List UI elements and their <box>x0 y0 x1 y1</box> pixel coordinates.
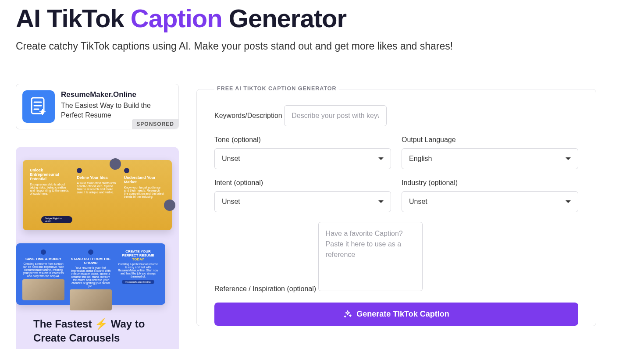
language-label: Output Language <box>402 136 578 144</box>
industry-value: Unset <box>409 198 427 206</box>
generate-button-label: Generate TikTok Caption <box>356 310 449 319</box>
generate-button[interactable]: Generate TikTok Caption <box>214 303 578 326</box>
industry-label: Industry (optional) <box>402 179 578 187</box>
chevron-down-icon <box>566 157 571 160</box>
reference-textarea[interactable] <box>318 222 423 291</box>
keywords-label: Keywords/Description <box>214 112 282 119</box>
intent-select[interactable]: Unset <box>214 191 391 212</box>
promo-title: The Fastest ⚡ Way to Create Carousels <box>16 317 179 345</box>
intent-value: Unset <box>222 198 240 206</box>
industry-select[interactable]: Unset <box>402 191 578 212</box>
title-post: Generator <box>222 4 346 32</box>
tone-label: Tone (optional) <box>214 136 391 144</box>
sponsor-title: ResumeMaker.Online <box>61 90 172 99</box>
language-select[interactable]: English <box>402 148 578 169</box>
sparkle-icon <box>343 310 352 318</box>
preview-slide-yellow: Unlock Entrepreneurial Potential Entrepr… <box>23 160 172 230</box>
page-title: AI TikTok Caption Generator <box>16 4 628 32</box>
tone-value: Unset <box>222 155 240 163</box>
chevron-down-icon <box>378 157 384 160</box>
carousel-preview: Unlock Entrepreneurial Potential Entrepr… <box>16 160 179 305</box>
sponsor-desc: The Easiest Way to Build the Perfect Res… <box>61 101 172 121</box>
chevron-down-icon <box>378 200 384 203</box>
title-pre: AI TikTok <box>16 4 131 32</box>
promo-card[interactable]: Unlock Entrepreneurial Potential Entrepr… <box>16 147 179 349</box>
page-subtitle: Create catchy TikTok captions using AI. … <box>16 40 628 52</box>
sponsor-card[interactable]: ResumeMaker.Online The Easiest Way to Bu… <box>16 84 179 129</box>
preview-slide-blue: SAVE TIME & MONEY Creating a resume from… <box>16 243 165 305</box>
language-value: English <box>409 155 432 163</box>
sponsored-badge: SPONSORED <box>132 119 178 129</box>
keywords-input[interactable] <box>284 105 387 126</box>
generator-form: FREE AI TIKTOK CAPTION GENERATOR Keyword… <box>196 89 596 326</box>
intent-label: Intent (optional) <box>214 179 391 187</box>
tone-select[interactable]: Unset <box>214 148 391 169</box>
resume-doc-icon <box>22 90 55 123</box>
reference-label: Reference / Inspiration (optional) <box>214 285 316 292</box>
form-legend: FREE AI TIKTOK CAPTION GENERATOR <box>214 85 339 92</box>
bolt-icon: ⚡ <box>95 318 108 330</box>
title-accent: Caption <box>131 4 222 32</box>
chevron-down-icon <box>566 200 571 203</box>
